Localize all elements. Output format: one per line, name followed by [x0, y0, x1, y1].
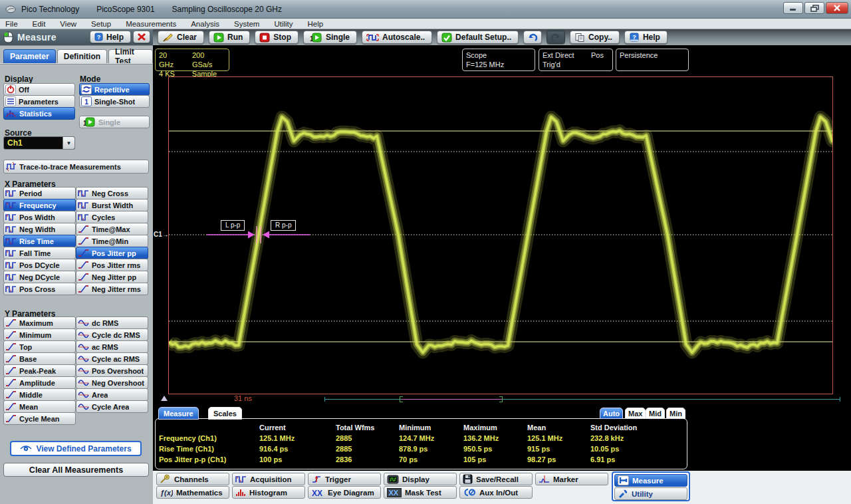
param-neg-cross[interactable]: Neg Cross	[76, 187, 148, 199]
panel-close-button[interactable]	[133, 31, 150, 43]
param-area[interactable]: Area	[76, 388, 148, 401]
sine-icon	[78, 366, 89, 376]
nav-aux-in-out-button[interactable]: Aux In/Out	[459, 486, 533, 499]
minimize-button[interactable]	[783, 2, 803, 14]
run-button[interactable]: Run	[209, 31, 250, 44]
autoscale-button[interactable]: Autoscale..	[362, 31, 432, 44]
param-pos-jitter-rms[interactable]: Pos Jitter rms	[76, 259, 148, 271]
param-period[interactable]: Period	[3, 187, 76, 199]
nav-mask-test-button[interactable]: XXMask Test	[384, 486, 457, 499]
nav-eye-diagram-button[interactable]: XXEye Diagram	[308, 486, 381, 499]
param-mode-single-shot[interactable]: 1Single-Shot	[79, 95, 150, 108]
stat-tab-min[interactable]: Min	[666, 408, 685, 419]
param-frequency[interactable]: Frequency	[3, 199, 76, 211]
clear-button[interactable]: Clear	[158, 31, 204, 44]
stat-tab-auto[interactable]: Auto	[600, 408, 623, 419]
param-pos-overshoot[interactable]: Pos Overshoot	[76, 364, 148, 377]
param-display-statistics[interactable]: Statistics	[3, 107, 75, 120]
stat-tab-max[interactable]: Max	[625, 408, 646, 419]
param-top[interactable]: Top	[3, 340, 76, 353]
param-peak-peak[interactable]: Peak-Peak	[3, 364, 76, 377]
param-fall-time[interactable]: Fall Time	[3, 247, 76, 259]
zoom-region-bar[interactable]	[402, 399, 503, 400]
timebase-marker-icon[interactable]	[161, 396, 168, 401]
marker-label-right[interactable]: R p-p	[271, 220, 296, 231]
param-pos-dcycle[interactable]: Pos DCycle	[3, 259, 76, 271]
menu-setup[interactable]: Setup	[91, 20, 111, 28]
param-cycle-ac-rms[interactable]: Cycle ac RMS	[76, 352, 148, 365]
nav-save-recall-button[interactable]: Save/Recall	[459, 473, 533, 485]
tab-limit-test[interactable]: Limit Test	[108, 49, 153, 63]
panel-help-button[interactable]: ?Help	[90, 31, 131, 43]
nav-marker-button[interactable]: Marker	[535, 473, 608, 485]
menu-edit[interactable]: Edit	[33, 20, 46, 28]
clear-all-measurements-button[interactable]: Clear All Measurements	[3, 463, 149, 477]
close-button[interactable]	[826, 2, 848, 14]
param-display-off[interactable]: Off	[3, 83, 75, 96]
sine-icon	[78, 390, 89, 400]
nav-mathematics-button[interactable]: ƒ(x)Mathematics	[156, 486, 229, 499]
param-middle[interactable]: Middle	[3, 388, 76, 401]
param-neg-dcycle[interactable]: Neg DCycle	[3, 271, 76, 283]
source-select[interactable]: Ch1 ▼	[3, 136, 75, 150]
menu-utility[interactable]: Utility	[274, 20, 293, 28]
tab-parameter[interactable]: Parameter	[3, 49, 56, 63]
nav-trigger-button[interactable]: Trigger	[308, 473, 381, 485]
sq-icon	[78, 200, 89, 210]
view-defined-parameters-button[interactable]: View Defined Parameters	[10, 441, 142, 456]
nav-display-button[interactable]: Display	[384, 473, 457, 485]
default-setup-button[interactable]: Default Setup..	[437, 31, 519, 44]
param-amplitude[interactable]: Amplitude	[3, 376, 76, 389]
param-base[interactable]: Base	[3, 352, 76, 365]
param-pos-jitter-pp[interactable]: Pos Jitter pp	[76, 247, 148, 259]
menu-file[interactable]: File	[5, 20, 18, 28]
help-button[interactable]: ?Help	[624, 31, 668, 44]
stat-tab-mid[interactable]: Mid	[646, 408, 665, 419]
nav-channels-button[interactable]: Channels	[156, 473, 229, 485]
zoom-bracket-left[interactable]	[400, 396, 403, 402]
menu-measurements[interactable]: Measurements	[126, 20, 176, 28]
param-cycles[interactable]: Cycles	[76, 211, 148, 223]
menu-help[interactable]: Help	[308, 20, 324, 28]
nav-utility-button[interactable]: Utility	[614, 487, 687, 500]
nav-measure-button[interactable]: Measure	[614, 474, 687, 487]
mtab-scales[interactable]: Scales	[208, 407, 242, 420]
param-pos-cross[interactable]: Pos Cross	[3, 283, 76, 295]
param-neg-jitter-pp[interactable]: Neg Jitter pp	[76, 271, 148, 283]
param-time-max[interactable]: Time@Max	[76, 223, 148, 235]
tab-definition[interactable]: Definition	[57, 49, 107, 63]
menu-system[interactable]: System	[234, 20, 259, 28]
param-dc-rms[interactable]: dc RMS	[76, 316, 148, 329]
menu-analysis[interactable]: Analysis	[191, 20, 219, 28]
param-display-parameters[interactable]: Parameters	[3, 95, 75, 108]
param-cycle-mean[interactable]: Cycle Mean	[3, 412, 76, 425]
param-burst-width[interactable]: Burst Width	[76, 199, 148, 211]
param-maximum[interactable]: Maximum	[3, 316, 76, 329]
mtab-measure[interactable]: Measure	[158, 407, 199, 420]
param-mean[interactable]: Mean	[3, 400, 76, 413]
menu-view[interactable]: View	[60, 20, 76, 28]
chevron-down-icon: ▼	[62, 137, 74, 149]
nav-acquisition-button[interactable]: Acquisition	[232, 473, 305, 485]
param-neg-overshoot[interactable]: Neg Overshoot	[76, 376, 148, 389]
scope-display[interactable]: L p-p R p-p	[168, 76, 833, 394]
param-time-min[interactable]: Time@Min	[76, 235, 148, 247]
param-neg-jitter-rms[interactable]: Neg Jitter rms	[76, 283, 148, 295]
param-cycle-area[interactable]: Cycle Area	[76, 400, 148, 413]
param-neg-width[interactable]: Neg Width	[3, 223, 76, 235]
trace-to-trace-button[interactable]: Trace-to-trace Measurements	[3, 160, 149, 174]
marker-label-left[interactable]: L p-p	[221, 220, 245, 231]
copy-button[interactable]: Copy..	[570, 31, 620, 44]
param-rise-time[interactable]: Rise Time	[3, 235, 76, 247]
param-cycle-dc-rms[interactable]: Cycle dc RMS	[76, 328, 148, 341]
param-mode-repetitive[interactable]: Repetitive	[79, 83, 150, 96]
zoom-bracket-right[interactable]	[499, 396, 503, 402]
undo-button[interactable]	[523, 31, 542, 44]
restore-button[interactable]	[804, 2, 824, 14]
param-minimum[interactable]: Minimum	[3, 328, 76, 341]
nav-histogram-button[interactable]: Histogram	[232, 486, 305, 499]
param-pos-width[interactable]: Pos Width	[3, 211, 76, 223]
param-ac-rms[interactable]: ac RMS	[76, 340, 148, 353]
single-button[interactable]: 1Single	[303, 31, 357, 44]
stop-button[interactable]: Stop	[255, 31, 299, 44]
